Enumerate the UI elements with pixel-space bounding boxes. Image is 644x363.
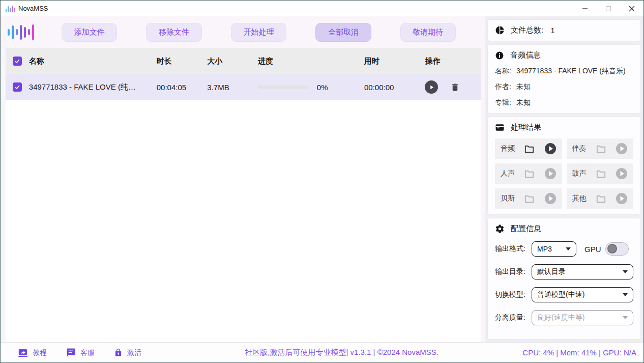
support-link[interactable]: 客服 <box>66 348 95 357</box>
open-folder-button[interactable] <box>523 143 535 155</box>
model-label: 切换模型: <box>495 290 532 299</box>
audio-info-title: 音频信息 <box>510 50 541 60</box>
close-icon <box>629 6 635 12</box>
titlebar: NovaMSS <box>1 1 643 16</box>
play-circle-icon <box>544 143 557 155</box>
header-name: 名称 <box>29 57 157 66</box>
add-files-button[interactable]: 添加文件 <box>62 23 117 42</box>
row-play-button[interactable] <box>425 80 438 94</box>
chevron-down-icon <box>623 270 628 273</box>
row-operations <box>420 80 481 94</box>
support-icon <box>66 348 76 357</box>
row-file-name: 349771833 - FAKE LOVE (纯… <box>29 82 157 92</box>
maximize-icon <box>605 6 611 12</box>
play-result-button[interactable] <box>616 143 628 155</box>
output-dir-label: 输出目录: <box>495 267 532 276</box>
toolbar: 添加文件 移除文件 开始处理 全部取消 敬请期待 <box>1 16 485 48</box>
open-folder-button[interactable] <box>595 168 607 180</box>
open-folder-button[interactable] <box>523 168 535 180</box>
gpu-label: GPU <box>584 245 601 254</box>
quality-row: 分离质量: 良好(速度中等) <box>495 310 633 325</box>
audio-artist-field: 作者: 未知 <box>495 82 633 92</box>
table-row[interactable]: 349771833 - FAKE LOVE (纯… 00:04:05 3.7MB… <box>6 74 481 100</box>
waveform-logo-icon <box>8 22 34 42</box>
minimize-icon <box>582 6 588 12</box>
chevron-down-icon <box>623 316 628 319</box>
activate-link[interactable]: 激活 <box>114 348 141 357</box>
chevron-down-icon <box>623 293 628 296</box>
play-result-button[interactable] <box>544 167 557 180</box>
select-all-checkbox[interactable] <box>13 57 22 66</box>
close-button[interactable] <box>620 1 643 16</box>
play-result-button[interactable] <box>544 192 557 205</box>
pie-chart-icon <box>495 25 505 35</box>
audio-artist-value: 未知 <box>516 82 531 92</box>
result-cell-drums: 鼓声 <box>567 163 634 184</box>
row-elapsed: 00:00:00 <box>364 83 420 92</box>
start-processing-button[interactable]: 开始处理 <box>231 23 286 42</box>
play-circle-icon <box>544 192 557 205</box>
open-folder-button[interactable] <box>595 193 607 205</box>
play-circle-icon <box>616 143 628 155</box>
quality-select: 良好(速度中等) <box>532 310 633 325</box>
play-circle-icon <box>616 192 628 205</box>
check-icon <box>14 58 20 64</box>
file-table: 名称 时长 大小 进度 用时 操作 349771833 - FAKE LOVE … <box>6 48 481 342</box>
row-duration: 00:04:05 <box>157 83 208 92</box>
results-card: 处理结果 音频 伴奏 人声 <box>488 117 640 214</box>
audio-album-value: 未知 <box>516 98 531 107</box>
output-format-select[interactable]: MP3 <box>532 241 576 257</box>
open-folder-button[interactable] <box>523 193 535 205</box>
header-progress: 进度 <box>258 57 364 66</box>
header-ops: 操作 <box>420 57 481 66</box>
audio-info-card: 音频信息 名称: 349771833 - FAKE LOVE (纯音乐) 作者:… <box>488 45 640 113</box>
output-format-row: 输出格式: MP3 GPU <box>495 241 633 257</box>
sidebar: 文件总数: 1 音频信息 名称: 349771833 - FAKE LOVE (… <box>485 16 643 342</box>
trash-icon <box>450 82 460 92</box>
config-title: 配置信息 <box>511 224 541 234</box>
row-checkbox[interactable] <box>13 82 22 92</box>
app-window: NovaMSS 添加文件 移除文件 开始处理 全部取消 <box>0 0 644 363</box>
play-circle-icon <box>616 167 628 180</box>
output-dir-row: 输出目录: 默认目录 <box>495 264 633 280</box>
result-cell-bass: 贝斯 <box>495 188 562 209</box>
play-result-button[interactable] <box>544 143 557 155</box>
audio-album-field: 专辑: 未知 <box>495 98 633 107</box>
app-title: NovaMSS <box>18 5 48 12</box>
minimize-button[interactable] <box>573 1 597 16</box>
window-controls <box>573 1 643 16</box>
version-text: 社区版,激活后可使用专业模型| v1.3.1 | ©2024 NovaMSS. <box>161 348 522 357</box>
play-icon <box>429 85 434 90</box>
header-size: 大小 <box>207 57 258 66</box>
gear-icon <box>495 224 505 234</box>
remove-files-button[interactable]: 移除文件 <box>146 23 201 42</box>
header-elapsed: 用时 <box>364 57 420 66</box>
cancel-all-button[interactable]: 全部取消 <box>315 23 371 42</box>
audio-name-field: 名称: 349771833 - FAKE LOVE (纯音乐) <box>495 67 633 76</box>
result-cell-accompaniment: 伴奏 <box>567 138 634 159</box>
audio-name-value: 349771833 - FAKE LOVE (纯音乐) <box>516 67 626 76</box>
coming-soon-button[interactable]: 敬请期待 <box>400 23 456 42</box>
header-duration: 时长 <box>157 57 208 66</box>
folder-icon <box>595 143 607 155</box>
row-delete-button[interactable] <box>450 82 460 92</box>
result-cell-vocals: 人声 <box>495 163 562 184</box>
open-folder-button[interactable] <box>595 143 607 155</box>
play-result-button[interactable] <box>616 167 628 180</box>
file-count-card: 文件总数: 1 <box>488 20 640 41</box>
folder-icon <box>595 193 607 205</box>
toggle-knob <box>607 244 617 254</box>
play-result-button[interactable] <box>616 192 628 205</box>
model-select[interactable]: 普通模型(中速) <box>532 287 633 302</box>
output-dir-select[interactable]: 默认目录 <box>532 264 633 280</box>
tutorial-link[interactable]: 教程 <box>18 348 47 357</box>
row-size: 3.7MB <box>207 83 258 92</box>
progress-bar <box>258 86 309 89</box>
maximize-button[interactable] <box>597 1 620 16</box>
main-panel: 添加文件 移除文件 开始处理 全部取消 敬请期待 名称 时长 大小 进度 <box>1 16 485 342</box>
file-count-value: 1 <box>550 26 554 35</box>
info-icon <box>495 51 504 60</box>
output-format-label: 输出格式: <box>495 244 532 254</box>
gpu-toggle[interactable] <box>605 242 629 256</box>
check-icon <box>14 84 20 90</box>
